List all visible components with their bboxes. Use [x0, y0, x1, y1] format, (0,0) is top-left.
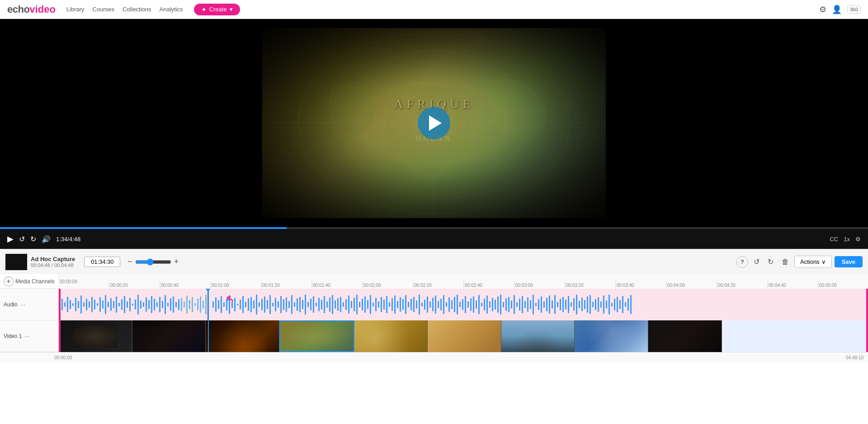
zoom-plus-button[interactable]: + [174, 257, 179, 267]
svg-rect-102 [242, 296, 244, 313]
svg-rect-151 [375, 298, 377, 311]
video-area: AFRIQUE OCEAN [0, 19, 868, 227]
nav-analytics[interactable]: Analytics [160, 6, 183, 13]
svg-rect-69 [148, 300, 150, 309]
svg-rect-201 [511, 300, 512, 309]
svg-text:00:00:20: 00:00:20 [110, 283, 128, 288]
svg-rect-70 [151, 296, 152, 313]
video-options-button[interactable]: ··· [24, 333, 30, 340]
svg-rect-173 [435, 295, 436, 314]
help-button[interactable]: ? [736, 256, 748, 268]
svg-rect-118 [286, 297, 287, 312]
svg-rect-62 [129, 298, 131, 311]
nav-links: Library Courses Collections Analytics [66, 6, 183, 13]
create-label: Create [209, 6, 227, 13]
video-track-content[interactable] [59, 320, 868, 352]
svg-rect-52 [102, 300, 104, 309]
video-track-row: Video 1 ··· [0, 320, 868, 352]
create-chevron-icon: ▾ [230, 6, 233, 13]
audio-options-button[interactable]: ··· [20, 301, 26, 308]
svg-rect-223 [571, 302, 572, 307]
svg-rect-121 [294, 302, 295, 307]
svg-rect-126 [307, 302, 309, 307]
svg-rect-84 [189, 300, 190, 309]
player-settings-button[interactable]: ⚙ [855, 236, 861, 243]
svg-rect-150 [373, 303, 374, 306]
play-button-overlay[interactable] [418, 107, 450, 139]
logo-video: video [29, 4, 55, 15]
svg-rect-149 [370, 295, 371, 314]
redo-button[interactable]: ↻ [765, 256, 776, 268]
svg-rect-46 [86, 299, 87, 310]
nav-courses[interactable]: Courses [93, 6, 114, 13]
svg-rect-50 [97, 303, 98, 306]
svg-rect-205 [522, 296, 523, 313]
svg-rect-235 [603, 295, 604, 314]
svg-rect-206 [524, 301, 526, 308]
svg-rect-106 [253, 300, 255, 309]
svg-rect-200 [508, 297, 509, 312]
svg-rect-139 [343, 302, 344, 307]
svg-rect-147 [364, 296, 366, 313]
settings-icon-button[interactable]: ⚙ [819, 5, 826, 14]
cc-button[interactable]: CC [830, 236, 838, 243]
current-time: 1:34 [56, 236, 67, 243]
svg-rect-110 [264, 296, 265, 313]
svg-rect-157 [392, 298, 393, 311]
nav-library[interactable]: Library [66, 6, 85, 13]
svg-rect-232 [595, 299, 596, 310]
svg-rect-83 [186, 295, 188, 314]
svg-rect-127 [310, 299, 311, 310]
svg-rect-88 [200, 296, 201, 313]
svg-rect-39 [67, 297, 68, 312]
svg-rect-208 [530, 300, 531, 309]
thumb-9 [648, 320, 722, 352]
svg-rect-59 [121, 299, 123, 310]
audio-track-content[interactable]: /* bars rendered via inline SVG path bel… [59, 289, 868, 320]
svg-rect-158 [394, 295, 396, 314]
actions-chevron-icon: ∨ [821, 258, 826, 265]
add-channel-button[interactable]: + [4, 276, 14, 286]
svg-text:00:04:20: 00:04:20 [718, 283, 736, 288]
progress-bar-container[interactable] [0, 227, 868, 229]
forward-button[interactable]: ↻ [30, 235, 36, 243]
svg-rect-113 [272, 303, 274, 306]
svg-rect-207 [527, 297, 528, 312]
svg-rect-230 [590, 295, 591, 314]
logo: echovideo [7, 4, 56, 15]
svg-rect-215 [549, 295, 550, 314]
undo-button[interactable]: ↺ [751, 256, 762, 268]
actions-button[interactable]: Actions ∨ [794, 256, 832, 268]
user-icon-button[interactable]: 👤 [832, 5, 842, 14]
svg-rect-142 [351, 301, 352, 308]
svg-rect-213 [543, 301, 545, 308]
bottom-time-end: 04:48:10 [846, 355, 863, 360]
speed-button[interactable]: 1x [844, 236, 850, 243]
video-frame: AFRIQUE OCEAN [262, 28, 606, 218]
save-button[interactable]: Save [835, 256, 863, 267]
svg-rect-86 [194, 303, 196, 306]
nav-collections[interactable]: Collections [123, 6, 151, 13]
zoom-slider[interactable] [135, 258, 171, 266]
svg-rect-66 [140, 300, 142, 309]
svg-rect-128 [313, 296, 314, 313]
video-label-col: Video 1 ··· [0, 320, 59, 352]
svg-rect-135 [332, 295, 333, 314]
media-channels-col: + Media Channels [0, 276, 59, 286]
rewind-button[interactable]: ↺ [19, 235, 25, 243]
timecode-input[interactable] [84, 257, 120, 267]
play-pause-button[interactable]: ▶ [7, 234, 14, 244]
thumb-3 [206, 320, 279, 352]
delete-button[interactable]: 🗑 [779, 256, 792, 268]
svg-rect-81 [181, 298, 182, 311]
create-button[interactable]: ✦ Create ▾ [194, 4, 240, 15]
svg-rect-111 [267, 300, 268, 309]
ruler-svg: 00:00:00 00:00:20 00:00:40 00:01:00 00:0… [59, 274, 868, 289]
svg-rect-168 [421, 303, 423, 306]
zoom-minus-button[interactable]: − [127, 257, 132, 267]
player-controls: ▶ ↺ ↻ 🔊 1:34/4:48 CC 1x ⚙ [0, 229, 868, 249]
svg-rect-166 [416, 300, 417, 309]
echo360-icon-button[interactable]: 360 [847, 5, 861, 14]
svg-rect-191 [484, 299, 485, 310]
volume-button[interactable]: 🔊 [42, 235, 51, 243]
